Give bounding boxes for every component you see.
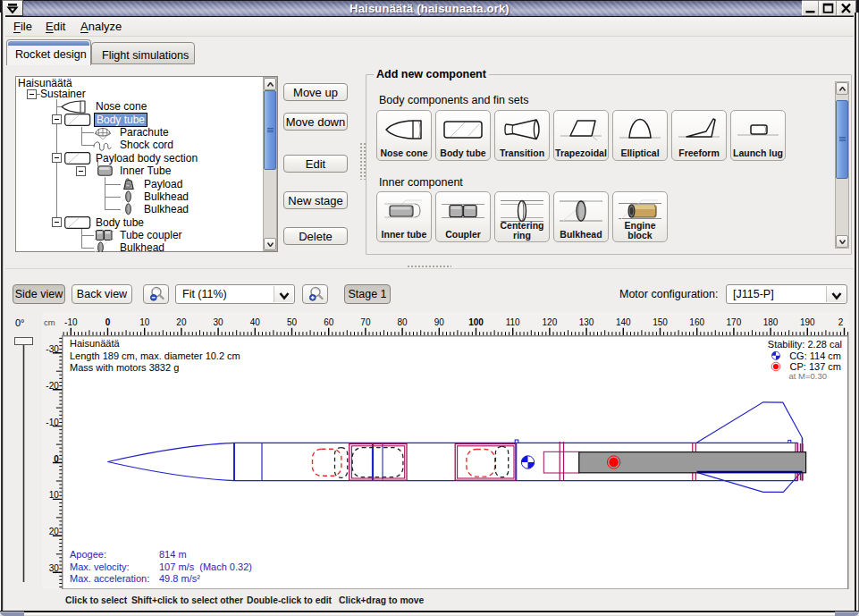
svg-text:100: 100	[468, 317, 484, 327]
svg-text:70: 70	[360, 317, 371, 327]
svg-text:107 m/s (Mach 0.32): 107 m/s (Mach 0.32)	[159, 561, 252, 572]
svg-text:CG: 114 cm: CG: 114 cm	[789, 350, 841, 361]
svg-text:130: 130	[579, 317, 594, 327]
svg-text:110: 110	[506, 317, 520, 327]
svg-text:20: 20	[49, 527, 60, 536]
svg-text:30: 30	[214, 317, 224, 327]
svg-text:-20: -20	[46, 381, 59, 391]
svg-text:Apogee:: Apogee:	[70, 549, 106, 560]
svg-text:40: 40	[250, 317, 261, 327]
svg-text:cm: cm	[44, 317, 55, 327]
svg-text:2: 2	[838, 317, 844, 327]
svg-text:20: 20	[176, 317, 187, 327]
svg-text:10: 10	[49, 490, 60, 500]
svg-text:50: 50	[287, 317, 298, 327]
svg-text:-10: -10	[46, 418, 59, 427]
svg-text:10: 10	[139, 317, 150, 327]
svg-text:60: 60	[324, 317, 334, 327]
svg-text:-10: -10	[64, 317, 78, 327]
svg-text:120: 120	[543, 317, 558, 327]
svg-text:814 m: 814 m	[159, 549, 187, 560]
svg-text:0: 0	[105, 317, 111, 327]
svg-text:180: 180	[763, 317, 779, 327]
svg-text:0°: 0°	[15, 317, 25, 328]
svg-text:at M=0.30: at M=0.30	[788, 371, 827, 381]
svg-text:90: 90	[434, 317, 445, 327]
svg-text:Mass with motors 3832 g: Mass with motors 3832 g	[70, 362, 179, 373]
svg-text:-30: -30	[46, 344, 59, 354]
svg-text:Stability: 2.28 cal: Stability: 2.28 cal	[768, 339, 842, 350]
svg-text:Length 189 cm, max. diameter 1: Length 189 cm, max. diameter 10.2 cm	[70, 350, 240, 361]
svg-text:150: 150	[653, 317, 668, 327]
svg-text:160: 160	[689, 317, 704, 327]
svg-text:80: 80	[398, 317, 408, 327]
svg-text:0: 0	[54, 454, 59, 464]
svg-text:30: 30	[49, 563, 60, 573]
svg-text:140: 140	[616, 317, 631, 327]
svg-text:170: 170	[727, 317, 742, 327]
svg-text:Haisunäätä: Haisunäätä	[70, 338, 121, 349]
svg-text:49.8 m/s²: 49.8 m/s²	[159, 573, 200, 584]
svg-text:190: 190	[800, 317, 815, 327]
svg-text:Max. acceleration:: Max. acceleration:	[70, 573, 149, 584]
svg-text:Max. velocity:: Max. velocity:	[70, 561, 130, 572]
